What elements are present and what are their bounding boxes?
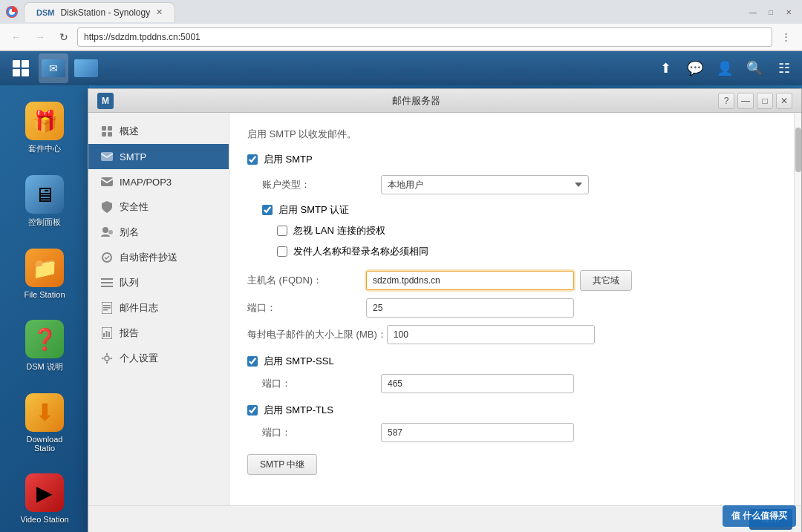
tls-port-row: 端口：	[247, 423, 776, 442]
taskbar-user-icon[interactable]: 👤	[713, 56, 737, 80]
refresh-btn[interactable]: ↻	[53, 27, 74, 47]
dsm-taskbar: ✉ ⬆ 💬 👤 🔍 ☷	[0, 51, 802, 85]
video-station-icon: ▶	[25, 473, 64, 512]
nav-label-queue: 队列	[120, 276, 139, 289]
smtp-relay-btn[interactable]: SMTP 中继	[247, 454, 317, 475]
nav-label-mail-log: 邮件日志	[120, 301, 158, 315]
taskbar-apps-btn[interactable]	[6, 53, 36, 83]
back-btn: ←	[6, 27, 27, 47]
enable-smtp-tls-row: 启用 SMTP-TLS	[247, 404, 776, 417]
tls-port-input[interactable]	[381, 423, 574, 442]
maximize-browser-btn[interactable]: □	[763, 4, 778, 19]
taskbar-screen-icon[interactable]: ☷	[772, 56, 796, 80]
dsm-help-label: DSM 说明	[26, 361, 63, 372]
taskbar-mail-app[interactable]: ✉	[39, 53, 68, 83]
sidebar-item-control-panel[interactable]: 🖥 控制面板	[11, 171, 78, 232]
sidebar-item-video-station[interactable]: ▶ Video Station	[11, 469, 78, 528]
enable-smtp-tls-checkbox[interactable]	[247, 405, 258, 416]
window-titlebar: M 邮件服务器 ? — □ ✕	[88, 89, 801, 113]
enable-smtp-ssl-checkbox[interactable]	[247, 356, 258, 367]
window-bottom-bar: 应用	[88, 505, 801, 532]
window-minimize-btn[interactable]: —	[737, 93, 754, 109]
browser-menu-btn[interactable]: ⋮	[775, 27, 796, 47]
port-row: 端口：	[247, 298, 776, 318]
max-size-label: 每封电子邮件的大小上限 (MB)：	[247, 325, 387, 341]
svg-point-9	[108, 230, 113, 234]
svg-rect-5	[108, 132, 112, 137]
sender-match-label: 发件人名称和登录名称必须相同	[293, 245, 428, 258]
taskbar-upload-icon[interactable]: ⬆	[653, 56, 677, 80]
imap-icon	[100, 175, 114, 188]
sender-match-checkbox[interactable]	[277, 246, 287, 257]
account-type-label: 账户类型：	[262, 178, 381, 191]
ssl-port-input[interactable]	[381, 374, 574, 393]
dsm-desktop: 🎁 套件中心 🖥 控制面板 📁 File Station ❓ DSM 说明 ⬇	[0, 85, 802, 532]
personal-settings-icon	[100, 352, 114, 365]
nav-label-imap: IMAP/POP3	[120, 177, 172, 188]
nav-item-queue[interactable]: 队列	[88, 270, 229, 295]
taskbar-second-app[interactable]	[71, 53, 101, 83]
dsm-help-icon: ❓	[25, 320, 64, 358]
svg-point-8	[102, 227, 108, 233]
window-help-btn[interactable]: ?	[718, 93, 734, 109]
sidebar-item-package-center[interactable]: 🎁 套件中心	[11, 97, 78, 159]
port-label: 端口：	[247, 301, 366, 315]
close-browser-btn[interactable]: ✕	[781, 4, 796, 19]
ignore-lan-checkbox[interactable]	[277, 226, 287, 236]
nav-item-smtp[interactable]: SMTP	[88, 144, 229, 169]
svg-rect-13	[101, 286, 113, 287]
file-station-icon: 📁	[25, 249, 64, 287]
enable-smtp-auth-row: 启用 SMTP 认证	[247, 203, 776, 217]
auto-copy-icon	[100, 251, 114, 264]
enable-smtp-tls-label: 启用 SMTP-TLS	[264, 404, 333, 417]
nav-item-alias[interactable]: 别名	[88, 220, 229, 245]
left-nav: 概述 SMTP IMAP/POP3	[88, 113, 229, 505]
nav-item-security[interactable]: 安全性	[88, 194, 229, 220]
sidebar-item-file-station[interactable]: 📁 File Station	[11, 244, 78, 303]
sidebar-item-download-station[interactable]: ⬇ Download Statio	[11, 389, 78, 457]
nav-item-personal-settings[interactable]: 个人设置	[88, 346, 229, 371]
svg-rect-4	[102, 132, 106, 137]
overview-icon	[100, 125, 114, 138]
package-center-icon: 🎁	[25, 102, 64, 140]
window-logo: M	[97, 93, 114, 109]
forward-btn: →	[30, 27, 50, 47]
file-station-label: File Station	[24, 290, 65, 299]
nav-item-overview[interactable]: 概述	[88, 119, 229, 144]
svg-rect-3	[108, 126, 112, 131]
account-type-select[interactable]: 本地用户 域用户	[381, 175, 589, 194]
nav-label-overview: 概述	[120, 125, 139, 138]
nav-label-security: 安全性	[120, 200, 149, 214]
nav-item-report[interactable]: 报告	[88, 321, 229, 346]
enable-smtp-row: 启用 SMTP	[247, 153, 776, 166]
security-icon	[100, 200, 114, 214]
sidebar-item-dsm-help[interactable]: ❓ DSM 说明	[11, 315, 78, 377]
enable-smtp-checkbox[interactable]	[247, 154, 258, 165]
scrollbar-thumb[interactable]	[795, 128, 801, 172]
window-maximize-btn[interactable]: □	[757, 93, 773, 109]
max-size-input[interactable]	[387, 325, 595, 344]
taskbar-search-icon[interactable]: 🔍	[743, 56, 766, 80]
active-tab[interactable]: DSM DiskStation - Synology ✕	[24, 2, 175, 22]
tab-close-btn[interactable]: ✕	[156, 7, 163, 17]
download-station-icon: ⬇	[25, 393, 64, 432]
enable-smtp-auth-checkbox[interactable]	[262, 205, 273, 215]
taskbar-chat-icon[interactable]: 💬	[683, 56, 707, 80]
taskbar-left: ✉	[6, 53, 101, 83]
nav-item-mail-log[interactable]: 邮件日志	[88, 295, 229, 321]
hostname-input[interactable]	[366, 271, 574, 290]
window-close-btn[interactable]: ✕	[776, 93, 792, 109]
alias-icon	[100, 226, 114, 239]
titlebar-left: M	[97, 93, 114, 109]
tls-port-label: 端口：	[262, 426, 381, 439]
port-input[interactable]	[366, 298, 574, 318]
nav-item-imap[interactable]: IMAP/POP3	[88, 169, 229, 194]
nav-label-personal-settings: 个人设置	[120, 352, 158, 365]
max-size-row: 每封电子邮件的大小上限 (MB)：	[247, 325, 776, 344]
url-bar[interactable]	[77, 27, 772, 47]
minimize-browser-btn[interactable]: —	[746, 4, 760, 19]
other-domain-btn[interactable]: 其它域	[580, 270, 632, 291]
nav-item-auto-copy[interactable]: 自动密件抄送	[88, 245, 229, 270]
right-scrollbar[interactable]	[794, 113, 801, 505]
window-content: 概述 SMTP IMAP/POP3	[88, 113, 801, 505]
